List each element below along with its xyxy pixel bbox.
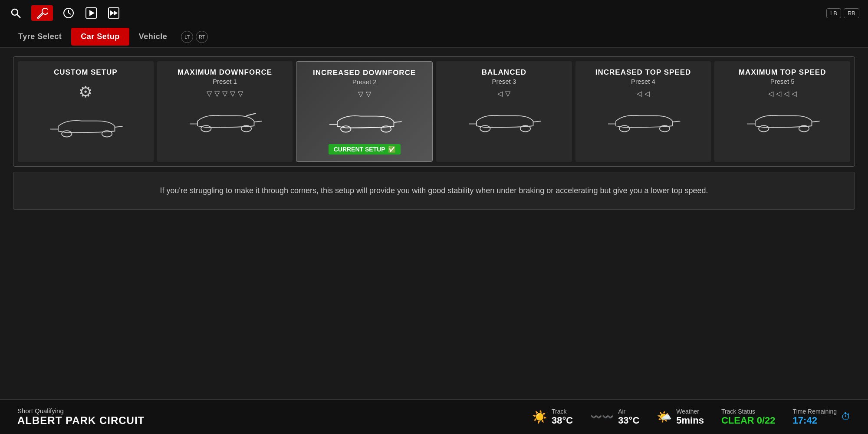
track-label: Track xyxy=(552,408,573,415)
card-subtitle-balanced: Preset 3 xyxy=(492,78,516,85)
air-label: Air xyxy=(618,408,639,415)
air-temp: 33°C xyxy=(618,415,639,426)
setup-cards-container: CUSTOM SETUP ⚙ MAXIMUM DOWNFORCE Preset … xyxy=(13,56,855,167)
setup-card-increased-downforce[interactable]: INCREASED DOWNFORCE Preset 2 ▽▽ CURRENT … xyxy=(296,61,433,162)
track-temp: 38°C xyxy=(552,415,573,426)
svg-line-18 xyxy=(247,114,256,116)
lt-rt-buttons: LT RT xyxy=(181,31,208,43)
gear-icon: ⚙ xyxy=(79,83,92,101)
car-silhouette-balanced xyxy=(441,105,567,139)
fast-forward-icon[interactable] xyxy=(107,6,121,20)
bottom-bar: Short Qualifying ALBERT PARK CIRCUIT ☀️ … xyxy=(0,399,868,434)
timer-icon: ⏱ xyxy=(841,411,851,423)
wing-indicators-balanced: ◁▽ xyxy=(497,89,510,98)
card-title-max-top-speed: MAXIMUM TOP SPEED xyxy=(739,68,826,77)
card-title-increased-downforce: INCREASED DOWNFORCE xyxy=(313,69,416,77)
tab-tyre-select[interactable]: Tyre Select xyxy=(9,28,71,46)
svg-marker-8 xyxy=(110,10,114,16)
card-title-max-downforce: MAXIMUM DOWNFORCE xyxy=(178,68,272,77)
weather-section: ☀️ Track 38°C 〰️〰️ Air 33°C 🌤️ Weather 5… xyxy=(532,408,704,426)
card-subtitle-max-top-speed: Preset 5 xyxy=(770,78,795,85)
sun-icon: ☀️ xyxy=(532,410,547,424)
car-silhouette-max-top-speed xyxy=(720,105,845,139)
session-info: Short Qualifying ALBERT PARK CIRCUIT xyxy=(17,407,532,427)
setup-card-max-top-speed[interactable]: MAXIMUM TOP SPEED Preset 5 ◁◁◁◁ xyxy=(714,61,850,162)
play-icon[interactable] xyxy=(84,6,98,20)
current-setup-label: CURRENT SETUP xyxy=(334,146,385,153)
setup-card-custom[interactable]: CUSTOM SETUP ⚙ xyxy=(18,61,154,162)
time-remaining-label: Time Remaining xyxy=(793,408,837,415)
card-title-balanced: BALANCED xyxy=(482,68,526,77)
svg-line-34 xyxy=(812,122,819,122)
weather-item: 🌤️ Weather 5mins xyxy=(657,408,704,426)
top-nav: LB RB xyxy=(0,0,868,26)
rb-button[interactable]: RB xyxy=(844,8,859,18)
setup-card-balanced[interactable]: BALANCED Preset 3 ◁▽ xyxy=(436,61,572,162)
track-status-value: CLEAR 0/22 xyxy=(721,415,776,426)
svg-point-0 xyxy=(12,9,18,15)
car-silhouette-custom xyxy=(23,110,148,145)
wing-indicators-max-top-speed: ◁◁◁◁ xyxy=(768,89,797,98)
nav-icons xyxy=(9,5,121,21)
svg-marker-6 xyxy=(89,10,95,16)
clock-icon[interactable] xyxy=(62,6,76,20)
track-temp-item: ☀️ Track 38°C xyxy=(532,408,573,426)
card-subtitle-increased-downforce: Preset 2 xyxy=(352,78,377,85)
time-remaining-value: 17:42 xyxy=(793,415,837,426)
card-subtitle-increased-top-speed: Preset 4 xyxy=(631,78,655,85)
lt-button[interactable]: LT xyxy=(181,31,193,43)
car-silhouette-max-downforce xyxy=(162,105,288,139)
description-box: If you're struggling to make it through … xyxy=(13,172,855,210)
air-temp-item: 〰️〰️ Air 33°C xyxy=(590,408,639,426)
lb-button[interactable]: LB xyxy=(826,8,841,18)
svg-marker-9 xyxy=(114,10,118,16)
current-setup-badge: CURRENT SETUP ✅ xyxy=(329,144,401,155)
time-remaining-section: Time Remaining 17:42 ⏱ xyxy=(793,408,851,426)
card-title-increased-top-speed: INCREASED TOP SPEED xyxy=(595,68,691,77)
svg-line-22 xyxy=(394,122,401,123)
search-icon[interactable] xyxy=(9,6,23,20)
svg-line-4 xyxy=(69,13,71,14)
wing-indicators-max-downforce: ▽▽▽▽▽ xyxy=(207,89,243,98)
card-subtitle-max-downforce: Preset 1 xyxy=(213,78,237,85)
track-status-label: Track Status xyxy=(721,408,776,415)
svg-line-1 xyxy=(17,14,20,18)
car-silhouette-increased-top-speed xyxy=(581,105,706,139)
svg-line-13 xyxy=(115,127,123,128)
svg-line-17 xyxy=(254,122,262,122)
weather-label: Weather xyxy=(676,408,704,415)
setup-card-max-downforce[interactable]: MAXIMUM DOWNFORCE Preset 1 ▽▽▽▽▽ xyxy=(157,61,293,162)
track-status-section: Track Status CLEAR 0/22 xyxy=(721,408,776,426)
card-title-custom: CUSTOM SETUP xyxy=(54,68,118,77)
car-silhouette-increased-downforce xyxy=(302,105,427,140)
description-text: If you're struggling to make it through … xyxy=(160,186,708,195)
tab-car-setup[interactable]: Car Setup xyxy=(71,28,129,46)
rt-button[interactable]: RT xyxy=(196,31,208,43)
tab-vehicle[interactable]: Vehicle xyxy=(129,28,177,46)
session-type: Short Qualifying xyxy=(17,407,532,414)
wing-indicators-increased-downforce: ▽▽ xyxy=(358,90,371,98)
checkmark-icon: ✅ xyxy=(388,146,395,153)
wave-icon: 〰️〰️ xyxy=(590,411,614,423)
svg-line-30 xyxy=(673,122,681,122)
circuit-name: ALBERT PARK CIRCUIT xyxy=(17,414,532,427)
wing-indicators-increased-top-speed: ◁◁ xyxy=(637,89,650,98)
tabs-row: Tyre Select Car Setup Vehicle LT RT xyxy=(0,26,868,48)
lb-rb-buttons: LB RB xyxy=(826,8,859,18)
wrench-icon[interactable] xyxy=(31,5,53,21)
weather-value: 5mins xyxy=(676,415,704,426)
main-content: CUSTOM SETUP ⚙ MAXIMUM DOWNFORCE Preset … xyxy=(0,48,868,218)
setup-card-increased-top-speed[interactable]: INCREASED TOP SPEED Preset 4 ◁◁ xyxy=(575,61,711,162)
svg-line-26 xyxy=(533,122,541,122)
weather-sun-icon: 🌤️ xyxy=(657,410,672,424)
